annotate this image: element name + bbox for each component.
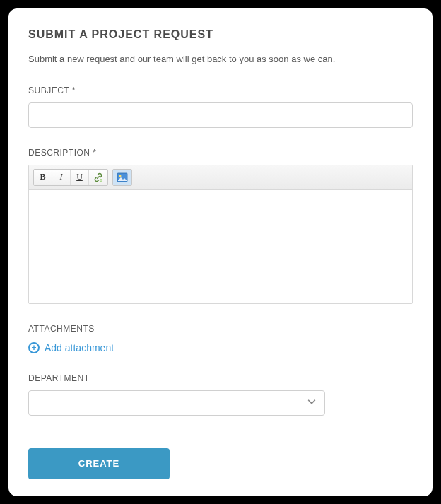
- add-attachment-button[interactable]: + Add attachment: [28, 342, 114, 353]
- link-icon: [93, 172, 103, 182]
- subject-input[interactable]: [28, 102, 413, 128]
- rich-text-editor: B I U: [28, 165, 413, 304]
- rte-text-format-group: B I U: [33, 169, 108, 186]
- department-select[interactable]: [28, 390, 325, 416]
- department-select-wrapper: [28, 390, 325, 416]
- rte-link-button[interactable]: [89, 170, 107, 185]
- rte-toolbar: B I U: [29, 165, 412, 190]
- subject-field: SUBJECT *: [28, 86, 413, 128]
- attachments-label: ATTACHMENTS: [28, 324, 413, 334]
- page-subtitle: Submit a new request and our team will g…: [28, 54, 413, 64]
- bold-icon: B: [40, 172, 45, 182]
- image-icon: [117, 172, 128, 182]
- page-title: SUBMIT A PROJECT REQUEST: [28, 28, 413, 41]
- underline-icon: U: [76, 172, 83, 182]
- rte-italic-button[interactable]: I: [52, 170, 71, 185]
- rte-underline-button[interactable]: U: [71, 170, 89, 185]
- plus-circle-icon: +: [28, 342, 40, 353]
- rte-media-group: [112, 169, 132, 186]
- rte-image-button[interactable]: [113, 170, 131, 185]
- subject-label: SUBJECT *: [28, 86, 413, 95]
- attachments-field: ATTACHMENTS + Add attachment: [28, 324, 413, 353]
- description-field: DESCRIPTION * B I U: [28, 148, 413, 304]
- description-label: DESCRIPTION *: [28, 148, 413, 158]
- italic-icon: I: [60, 172, 63, 182]
- svg-point-2: [119, 175, 122, 177]
- add-attachment-label: Add attachment: [45, 342, 114, 353]
- description-input[interactable]: [29, 190, 412, 303]
- department-field: DEPARTMENT: [28, 373, 413, 416]
- department-label: DEPARTMENT: [28, 373, 413, 383]
- create-button[interactable]: CREATE: [28, 448, 170, 479]
- form-card: SUBMIT A PROJECT REQUEST Submit a new re…: [8, 8, 433, 496]
- rte-bold-button[interactable]: B: [34, 170, 52, 185]
